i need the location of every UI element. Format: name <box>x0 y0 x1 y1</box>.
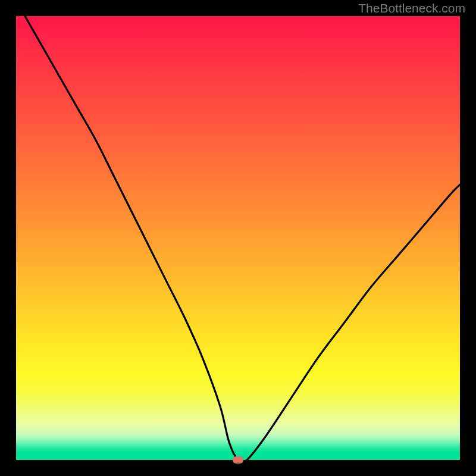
chart-frame: TheBottleneck.com <box>0 0 476 476</box>
plot-area <box>16 16 460 460</box>
watermark-text: TheBottleneck.com <box>358 1 465 15</box>
minimum-marker <box>233 456 243 464</box>
bottleneck-curve <box>16 16 460 460</box>
